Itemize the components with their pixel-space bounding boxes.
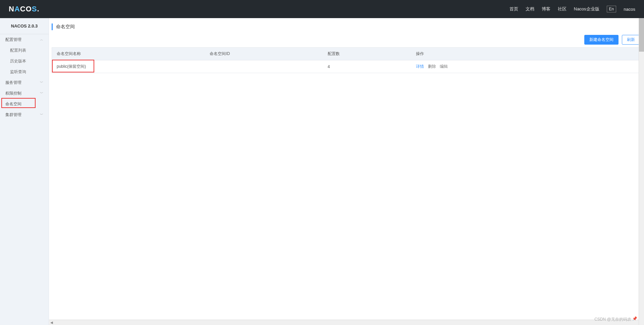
action-delete[interactable]: 删除	[428, 64, 436, 69]
refresh-button[interactable]: 刷新	[622, 35, 640, 45]
col-namespace-id: 命名空间ID	[205, 48, 323, 60]
scrollbar-left-arrow-icon[interactable]: ◀	[49, 321, 54, 324]
language-toggle[interactable]: En	[607, 6, 616, 12]
nav-blog[interactable]: 博客	[542, 6, 550, 12]
chevron-up-icon: ︿	[40, 37, 43, 42]
col-actions: 操作	[411, 48, 641, 60]
cell-namespace-name: public(保留空间)	[52, 60, 205, 73]
user-name[interactable]: nacos	[624, 7, 635, 12]
sidebar-item-label: 服务管理	[5, 80, 21, 86]
namespace-name-text: public(保留空间)	[57, 64, 86, 69]
col-config-count: 配置数	[323, 48, 412, 60]
sidebar-item-label: 历史版本	[10, 58, 26, 64]
pin-icon: 📌	[632, 316, 637, 321]
table-row: public(保留空间) 4 详情 删除 编辑	[52, 60, 641, 73]
vertical-scrollbar[interactable]	[639, 18, 644, 325]
title-accent-bar	[52, 23, 53, 30]
app-header: NACOS. 首页 文档 博客 社区 Nacos企业版 En nacos	[0, 0, 644, 18]
page-title-wrap: 命名空间	[49, 18, 644, 32]
sidebar-item-label: 配置列表	[10, 48, 26, 53]
logo-text: NACOS.	[9, 5, 40, 13]
nav-community[interactable]: 社区	[558, 6, 567, 12]
sidebar-item-service-mgmt[interactable]: 服务管理 ﹀	[0, 77, 49, 88]
sidebar-item-label: 集群管理	[5, 112, 21, 118]
app-body: NACOS 2.0.3 配置管理 ︿ 配置列表 历史版本 监听查询 服务管理 ﹀…	[0, 18, 644, 325]
sidebar-item-config-mgmt[interactable]: 配置管理 ︿	[0, 34, 49, 45]
sidebar-item-access-control[interactable]: 权限控制 ﹀	[0, 88, 49, 99]
sidebar-item-label: 监听查询	[10, 69, 26, 75]
sidebar-item-label: 配置管理	[5, 37, 21, 43]
sidebar: NACOS 2.0.3 配置管理 ︿ 配置列表 历史版本 监听查询 服务管理 ﹀…	[0, 18, 49, 325]
sidebar-item-history-version[interactable]: 历史版本	[0, 56, 49, 66]
watermark: CSDN @无奈的码农 📌	[594, 317, 637, 322]
sidebar-item-cluster-mgmt[interactable]: 集群管理 ﹀	[0, 109, 49, 120]
nav-enterprise[interactable]: Nacos企业版	[574, 6, 599, 12]
cell-config-count: 4	[323, 60, 412, 73]
page-title: 命名空间	[56, 24, 75, 30]
new-namespace-button[interactable]: 新建命名空间	[584, 35, 619, 45]
cell-actions: 详情 删除 编辑	[411, 60, 641, 73]
toolbar: 新建命名空间 刷新	[49, 32, 644, 47]
namespace-table: 命名空间名称 命名空间ID 配置数 操作 public(保留空间) 4	[52, 47, 641, 73]
col-namespace-name: 命名空间名称	[52, 48, 205, 60]
nav-docs[interactable]: 文档	[526, 6, 534, 12]
action-edit[interactable]: 编辑	[440, 64, 448, 69]
chevron-down-icon: ﹀	[40, 91, 43, 96]
sidebar-item-label: 权限控制	[5, 91, 21, 96]
nav-home[interactable]: 首页	[509, 6, 518, 12]
sidebar-item-listen-query[interactable]: 监听查询	[0, 66, 49, 77]
sidebar-item-namespace[interactable]: 命名空间	[0, 99, 49, 109]
cell-namespace-id	[205, 60, 323, 73]
table-header-row: 命名空间名称 命名空间ID 配置数 操作	[52, 48, 641, 60]
header-nav: 首页 文档 博客 社区 Nacos企业版 En nacos	[509, 6, 635, 12]
sidebar-item-config-list[interactable]: 配置列表	[0, 45, 49, 56]
vertical-scrollbar-thumb[interactable]	[639, 18, 644, 52]
chevron-down-icon: ﹀	[40, 112, 43, 117]
watermark-text: CSDN @无奈的码农	[594, 317, 631, 322]
sidebar-item-label: 命名空间	[5, 101, 21, 107]
action-detail[interactable]: 详情	[416, 64, 424, 69]
main-content: 命名空间 新建命名空间 刷新 命名空间名称 命名空间ID 配置数 操作	[49, 18, 644, 325]
logo: NACOS.	[9, 5, 40, 13]
chevron-down-icon: ﹀	[40, 80, 43, 85]
horizontal-scrollbar[interactable]: ◀	[49, 320, 639, 325]
sidebar-version: NACOS 2.0.3	[0, 18, 49, 34]
